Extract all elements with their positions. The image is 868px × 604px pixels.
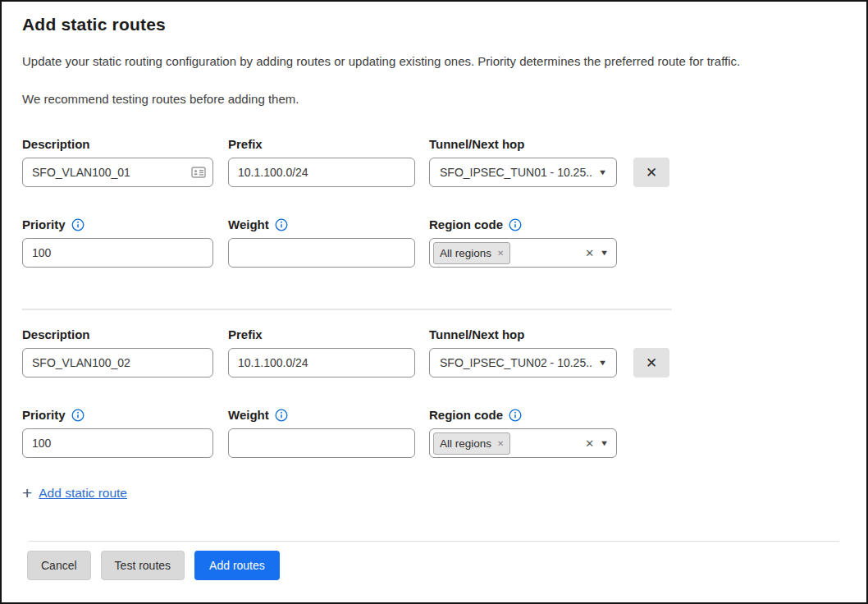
tunnel-label: Tunnel/Next hop <box>429 327 617 341</box>
close-icon: ✕ <box>646 355 657 371</box>
info-icon[interactable] <box>275 218 288 231</box>
tunnel-select[interactable]: SFO_IPSEC_TUN02 - 10.25... ▼ <box>429 348 617 378</box>
tunnel-label: Tunnel/Next hop <box>429 137 617 151</box>
test-routes-button[interactable]: Test routes <box>101 551 185 580</box>
region-tag-label: All regions <box>440 247 491 259</box>
prefix-label: Prefix <box>228 137 415 151</box>
dialog-recommendation: We recommend testing routes before addin… <box>22 92 846 106</box>
weight-label: Weight <box>228 217 415 231</box>
chevron-down-icon: ▼ <box>598 168 607 176</box>
region-label: Region code <box>429 217 617 231</box>
info-icon[interactable] <box>71 218 85 231</box>
remove-tag-icon[interactable]: ✕ <box>497 249 504 258</box>
weight-label-text: Weight <box>228 408 269 422</box>
priority-input[interactable] <box>22 428 213 458</box>
route-entry-1: Description Prefix Tunnel/Next hop <box>22 137 846 268</box>
region-select[interactable]: All regions ✕ ✕ ▼ <box>429 428 617 458</box>
add-static-routes-dialog: Add static routes Update your static rou… <box>0 0 868 604</box>
region-tag-label: All regions <box>440 437 491 450</box>
priority-label: Priority <box>22 408 213 422</box>
tunnel-selected-value: SFO_IPSEC_TUN02 - 10.25... <box>440 356 592 369</box>
info-icon[interactable] <box>509 409 522 422</box>
info-icon[interactable] <box>509 218 522 231</box>
add-static-route-row: + Add static route <box>22 484 846 501</box>
weight-input[interactable] <box>228 238 415 268</box>
cancel-button[interactable]: Cancel <box>27 551 91 580</box>
tunnel-select[interactable]: SFO_IPSEC_TUN01 - 10.25... ▼ <box>429 158 617 187</box>
region-label-text: Region code <box>429 408 503 422</box>
tunnel-selected-value: SFO_IPSEC_TUN01 - 10.25... <box>440 166 592 179</box>
contact-card-icon <box>191 165 206 180</box>
remove-route-button[interactable]: ✕ <box>633 158 669 187</box>
route-divider <box>22 309 672 310</box>
priority-label-text: Priority <box>22 217 66 231</box>
region-label: Region code <box>429 408 617 422</box>
chevron-down-icon: ▼ <box>600 439 609 447</box>
dialog-description: Update your static routing configuration… <box>22 54 846 68</box>
description-input[interactable] <box>22 158 213 187</box>
priority-label-text: Priority <box>22 408 66 422</box>
clear-icon[interactable]: ✕ <box>585 437 594 450</box>
priority-input[interactable] <box>22 238 213 268</box>
region-select[interactable]: All regions ✕ ✕ ▼ <box>429 238 617 268</box>
description-input[interactable] <box>22 348 213 378</box>
chevron-down-icon: ▼ <box>598 359 607 367</box>
region-label-text: Region code <box>429 217 503 231</box>
chevron-down-icon: ▼ <box>600 249 609 257</box>
weight-input[interactable] <box>228 428 415 458</box>
page-title: Add static routes <box>22 15 846 34</box>
info-icon[interactable] <box>71 409 85 422</box>
close-icon: ✕ <box>646 164 657 181</box>
prefix-label: Prefix <box>228 327 415 341</box>
weight-label: Weight <box>228 408 415 422</box>
description-label: Description <box>22 327 213 341</box>
prefix-input[interactable] <box>228 348 415 378</box>
route-entry-2: Description Prefix Tunnel/Next hop SFO_I… <box>22 327 846 458</box>
remove-route-button[interactable]: ✕ <box>633 348 669 378</box>
priority-label: Priority <box>22 217 213 231</box>
remove-tag-icon[interactable]: ✕ <box>497 439 504 448</box>
region-tag: All regions ✕ <box>433 432 510 455</box>
clear-icon[interactable]: ✕ <box>585 247 594 259</box>
add-routes-button[interactable]: Add routes <box>194 551 280 580</box>
plus-icon: + <box>22 484 32 501</box>
add-static-route-link[interactable]: Add static route <box>39 486 127 501</box>
info-icon[interactable] <box>275 409 288 422</box>
weight-label-text: Weight <box>228 217 269 231</box>
region-tag: All regions ✕ <box>433 242 510 264</box>
prefix-input[interactable] <box>228 158 415 187</box>
dialog-footer: Cancel Test routes Add routes <box>2 541 866 602</box>
description-label: Description <box>22 137 213 151</box>
